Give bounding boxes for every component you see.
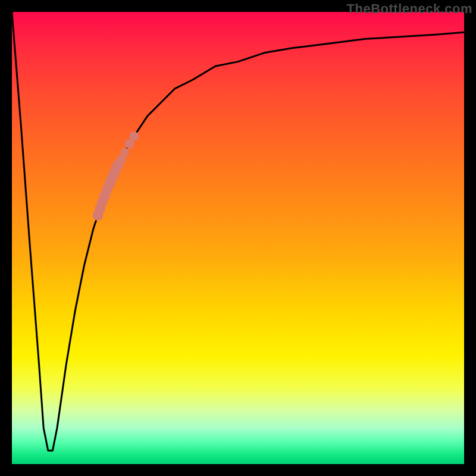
chart-frame: TheBottleneck.com <box>0 0 476 476</box>
highlight-dots-layer <box>12 12 464 464</box>
watermark-text: TheBottleneck.com <box>347 1 472 17</box>
highlight-dot <box>121 148 129 156</box>
highlight-dot <box>129 131 139 141</box>
